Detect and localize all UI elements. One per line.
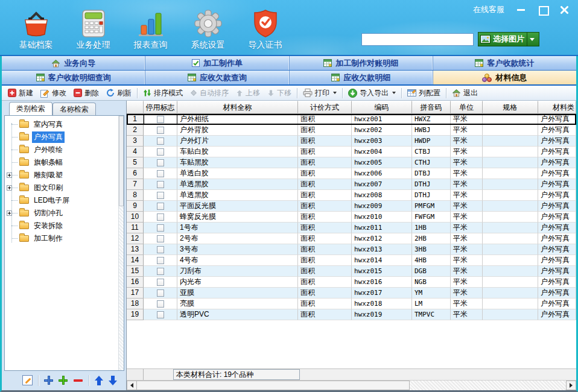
spec-cell[interactable] [483, 277, 538, 288]
table-row[interactable]: 9 平面反光膜 面积 hwxz009 PMFGM 平米 户外写真 [127, 201, 576, 212]
pinyin-code-cell[interactable]: 4HB [412, 255, 451, 266]
pinyin-code-cell[interactable]: LM [412, 299, 451, 309]
code-cell[interactable]: hwxz019 [352, 309, 412, 320]
stop-flag-cell[interactable] [144, 147, 177, 157]
spec-cell[interactable] [483, 201, 538, 212]
pinyin-code-cell[interactable]: NGB [412, 277, 451, 288]
material-name-cell[interactable]: 单透白胶 [177, 168, 298, 179]
scrollbar-thumb[interactable] [137, 381, 410, 390]
material-category-cell[interactable]: 户外写真 [538, 244, 576, 255]
tree-item[interactable]: 户外喷绘 [5, 144, 124, 156]
material-category-cell[interactable]: 户外写真 [538, 309, 576, 320]
tab-name-search[interactable]: 名称检索 [52, 103, 96, 115]
spec-cell[interactable] [483, 157, 538, 168]
material-name-cell[interactable]: 车贴白胶 [177, 147, 298, 157]
expand-plus-icon[interactable] [7, 185, 12, 191]
table-row[interactable]: 17 亚膜 面积 hwxz017 YM 平米 户外写真 [127, 288, 576, 299]
spec-cell[interactable] [483, 114, 538, 125]
code-cell[interactable]: hwxz018 [352, 299, 412, 309]
stop-flag-cell[interactable] [144, 201, 177, 212]
code-cell[interactable]: hwxz003 [352, 136, 412, 147]
pinyin-code-cell[interactable]: HWBJ [412, 125, 451, 136]
table-row[interactable]: 15 刀刮布 面积 hwxz015 DGB 平米 户外写真 [127, 266, 576, 277]
stop-flag-checkbox[interactable] [157, 148, 164, 156]
material-name-cell[interactable]: 2号布 [177, 233, 298, 244]
code-cell[interactable]: hwxz013 [352, 244, 412, 255]
material-category-cell[interactable]: 户外写真 [538, 233, 576, 244]
table-row[interactable]: 1 户外相纸 面积 hwxz001 HWXZ 平米 户外写真 [127, 114, 576, 125]
material-name-cell[interactable]: 亚膜 [177, 288, 298, 299]
column-header-unit[interactable]: 单位 [451, 101, 483, 114]
pinyin-code-cell[interactable]: HWDP [412, 136, 451, 147]
stop-flag-checkbox[interactable] [157, 224, 164, 232]
pinyin-code-cell[interactable]: 2HB [412, 233, 451, 244]
material-category-cell[interactable]: 户外写真 [538, 212, 576, 223]
unit-cell[interactable]: 平米 [451, 190, 483, 201]
table-row[interactable]: 16 内光布 面积 hwxz016 NGB 平米 户外写真 [127, 277, 576, 288]
tab-business-wizard[interactable]: 业务向导 [2, 56, 145, 70]
stop-flag-cell[interactable] [144, 277, 177, 288]
pricing-method-cell[interactable]: 面积 [298, 288, 352, 299]
table-row[interactable]: 3 户外灯片 面积 hwxz003 HWDP 平米 户外写真 [127, 136, 576, 147]
stop-flag-checkbox[interactable] [157, 257, 164, 264]
spec-cell[interactable] [483, 266, 538, 277]
spec-cell[interactable] [483, 309, 538, 320]
scrollbar-thumb[interactable] [119, 116, 124, 206]
spec-cell[interactable] [483, 244, 538, 255]
material-name-cell[interactable]: 刀刮布 [177, 266, 298, 277]
spec-cell[interactable] [483, 179, 538, 190]
close-button[interactable] [560, 5, 570, 14]
spec-cell[interactable] [483, 136, 538, 147]
code-cell[interactable]: hwxz016 [352, 277, 412, 288]
refresh-button[interactable]: 刷新 [103, 86, 135, 100]
unit-cell[interactable]: 平米 [451, 244, 483, 255]
modify-button[interactable]: 修改 [37, 86, 70, 100]
unit-cell[interactable]: 平米 [451, 114, 483, 125]
pricing-method-cell[interactable]: 面积 [298, 244, 352, 255]
table-row[interactable]: 5 车贴黑胶 面积 hwxz005 CTHJ 平米 户外写真 [127, 157, 576, 168]
material-name-cell[interactable]: 4号布 [177, 255, 298, 266]
material-name-cell[interactable]: 户外灯片 [177, 136, 298, 147]
select-image-button[interactable]: 选择图片 [478, 32, 539, 46]
table-row[interactable]: 19 透明PVC 面积 hwxz019 TMPVC 平米 户外写真 [127, 309, 576, 320]
print-button[interactable]: 打印 [299, 86, 340, 100]
table-row[interactable]: 8 单透黑胶 面积 hwxz008 DTHJ 平米 户外写真 [127, 190, 576, 201]
column-header-material-name[interactable]: 材料全称 [177, 101, 298, 114]
code-cell[interactable]: hwxz007 [352, 179, 412, 190]
scroll-right-button[interactable] [566, 381, 576, 390]
pinyin-code-cell[interactable]: 1HB [412, 223, 451, 233]
spec-cell[interactable] [483, 233, 538, 244]
unit-cell[interactable]: 平米 [451, 179, 483, 190]
edit-category-button[interactable] [22, 375, 33, 385]
pricing-method-cell[interactable]: 面积 [298, 168, 352, 179]
tab-customer-payment-stats[interactable]: 客户收款统计 [433, 56, 576, 70]
stop-flag-checkbox[interactable] [157, 289, 164, 297]
stop-flag-checkbox[interactable] [157, 213, 164, 221]
unit-cell[interactable]: 平米 [451, 277, 483, 288]
stop-flag-cell[interactable] [144, 309, 177, 320]
pinyin-code-cell[interactable]: YM [412, 288, 451, 299]
column-header-pinyin-code[interactable]: 拼音码 [412, 101, 451, 114]
pinyin-code-cell[interactable]: FWFGM [412, 212, 451, 223]
unit-cell[interactable]: 平米 [451, 168, 483, 179]
image-path-input[interactable] [361, 33, 474, 46]
horizontal-scrollbar[interactable] [127, 380, 576, 390]
pinyin-code-cell[interactable]: DTBJ [412, 168, 451, 179]
material-category-cell[interactable]: 户外写真 [538, 288, 576, 299]
tab-production-reconciliation-detail[interactable]: 加工制作对账明细 [290, 56, 433, 70]
material-name-cell[interactable]: 车贴黑胶 [177, 157, 298, 168]
material-name-cell[interactable]: 蜂窝反光膜 [177, 212, 298, 223]
exit-button[interactable]: 退出 [448, 86, 481, 100]
pricing-method-cell[interactable]: 面积 [298, 190, 352, 201]
stop-flag-checkbox[interactable] [157, 192, 164, 199]
expand-plus-icon[interactable] [7, 210, 12, 216]
unit-cell[interactable]: 平米 [451, 212, 483, 223]
material-category-cell[interactable]: 户外写真 [538, 255, 576, 266]
code-cell[interactable]: hwxz014 [352, 255, 412, 266]
unit-cell[interactable]: 平米 [451, 288, 483, 299]
table-row[interactable]: 10 蜂窝反光膜 面积 hwxz010 FWFGM 平米 户外写真 [127, 212, 576, 223]
table-row[interactable]: 6 单透白胶 面积 hwxz006 DTBJ 平米 户外写真 [127, 168, 576, 179]
pricing-method-cell[interactable]: 面积 [298, 114, 352, 125]
nav-import-certificate[interactable]: 导入证书 [237, 2, 294, 53]
stop-flag-checkbox[interactable] [157, 246, 164, 253]
